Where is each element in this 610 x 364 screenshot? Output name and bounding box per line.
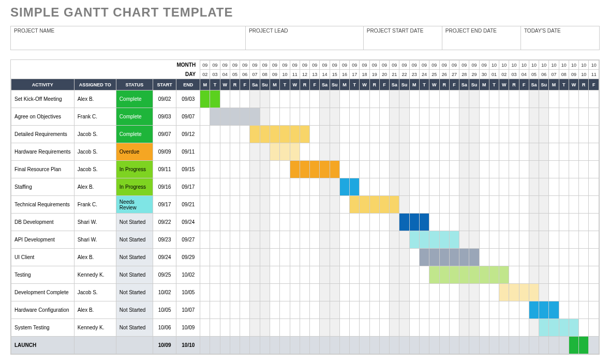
assigned-cell[interactable]: Jacob S. [74,161,116,178]
status-cell[interactable]: Complete [116,90,153,108]
activity-cell[interactable]: Testing [11,266,75,284]
start-cell[interactable]: 09/07 [153,126,176,143]
gantt-cell [449,196,459,214]
start-date-input[interactable] [364,35,442,50]
day-cell: 26 [439,70,449,79]
gantt-cell [399,108,409,126]
assigned-cell[interactable]: Alex B. [74,178,116,196]
gantt-cell [519,231,529,249]
start-cell[interactable]: 09/09 [153,143,176,161]
assigned-cell[interactable]: Kennedy K. [74,319,116,337]
start-cell[interactable]: 09/25 [153,266,176,284]
activity-cell[interactable]: Detailed Requirements [11,126,75,143]
activity-cell[interactable]: DB Development [11,214,75,231]
start-cell[interactable]: 10/02 [153,284,176,301]
activity-cell[interactable]: Final Resource Plan [11,161,75,178]
gantt-cell [569,143,578,161]
activity-cell[interactable]: Staffing [11,178,75,196]
start-cell[interactable]: 09/02 [153,90,176,108]
status-cell[interactable]: Complete [116,126,153,143]
assigned-cell[interactable]: Shari W. [74,214,116,231]
end-cell[interactable]: 10/05 [176,284,200,301]
status-cell[interactable]: Not Started [116,301,153,319]
activity-cell[interactable]: UI Client [11,249,75,266]
start-cell[interactable]: 09/16 [153,178,176,196]
status-cell[interactable]: Not Started [116,214,153,231]
end-cell[interactable]: 09/15 [176,161,200,178]
assigned-cell[interactable]: Alex B. [74,301,116,319]
gantt-cell [409,284,419,301]
status-cell[interactable]: Needs Review [116,196,153,214]
end-cell[interactable]: 09/21 [176,196,200,214]
end-cell[interactable]: 09/29 [176,249,200,266]
end-cell[interactable]: 10/02 [176,266,200,284]
day-cell: 19 [369,70,379,79]
start-cell[interactable]: 10/09 [153,337,176,354]
status-cell[interactable]: In Progress [116,161,153,178]
end-cell[interactable]: 09/11 [176,143,200,161]
gantt-cell [339,301,349,319]
gantt-cell [200,284,210,301]
assigned-cell[interactable]: Jacob S. [74,143,116,161]
end-cell[interactable]: 09/12 [176,126,200,143]
end-cell[interactable]: 09/27 [176,231,200,249]
start-cell[interactable]: 10/05 [153,301,176,319]
gantt-cell [519,249,529,266]
end-cell[interactable]: 09/03 [176,90,200,108]
end-cell[interactable]: 10/10 [176,337,200,354]
start-cell[interactable]: 09/24 [153,249,176,266]
activity-cell[interactable]: System Testing [11,319,75,337]
start-cell[interactable]: 09/03 [153,108,176,126]
status-cell[interactable]: Not Started [116,266,153,284]
status-cell[interactable]: Not Started [116,284,153,301]
activity-cell[interactable]: API Development [11,231,75,249]
month-cell: 09 [469,60,479,70]
gantt-cell [320,214,330,231]
assigned-cell[interactable]: Shari W. [74,231,116,249]
start-cell[interactable]: 09/11 [153,161,176,178]
assigned-cell[interactable]: Alex B. [74,90,116,108]
start-cell[interactable]: 10/06 [153,319,176,337]
activity-cell[interactable]: LAUNCH [11,337,75,354]
status-cell[interactable]: Not Started [116,249,153,266]
gantt-cell [399,143,409,161]
gantt-cell [200,249,210,266]
assigned-cell[interactable]: Jacob S. [74,126,116,143]
day-cell: 18 [360,70,369,79]
activity-cell[interactable]: Technical Requirements [11,196,75,214]
assigned-cell[interactable]: Alex B. [74,249,116,266]
assigned-cell[interactable]: Kennedy K. [74,266,116,284]
gantt-cell [250,266,260,284]
assigned-cell[interactable]: Frank C. [74,196,116,214]
status-cell[interactable]: In Progress [116,178,153,196]
activity-cell[interactable]: Agree on Objectives [11,108,75,126]
activity-cell[interactable]: Set Kick-Off Meeting [11,90,75,108]
project-lead-input[interactable] [246,35,363,50]
start-cell[interactable]: 09/23 [153,231,176,249]
assigned-cell[interactable]: Jacob S. [74,284,116,301]
end-date-input[interactable] [442,35,520,50]
end-cell[interactable]: 10/07 [176,301,200,319]
status-cell[interactable] [116,337,153,354]
status-cell[interactable]: Complete [116,108,153,126]
project-name-label: PROJECT NAME [11,26,245,35]
assigned-cell[interactable]: Frank C. [74,108,116,126]
start-cell[interactable]: 09/22 [153,214,176,231]
end-cell[interactable]: 09/07 [176,108,200,126]
start-cell[interactable]: 09/17 [153,196,176,214]
end-cell[interactable]: 10/09 [176,319,200,337]
day-cell: 12 [300,70,309,79]
gantt-cell [399,90,409,108]
project-name-input[interactable] [11,35,245,50]
activity-cell[interactable]: Hardware Configuration [11,301,75,319]
end-cell[interactable]: 09/17 [176,178,200,196]
assigned-cell[interactable] [74,337,116,354]
activity-cell[interactable]: Hardware Requirements [11,143,75,161]
todays-date-input[interactable] [521,35,599,50]
end-cell[interactable]: 09/24 [176,214,200,231]
activity-cell[interactable]: Development Complete [11,284,75,301]
status-cell[interactable]: Not Started [116,231,153,249]
status-cell[interactable]: Not Started [116,319,153,337]
status-cell[interactable]: Overdue [116,143,153,161]
gantt-cell [290,196,300,214]
